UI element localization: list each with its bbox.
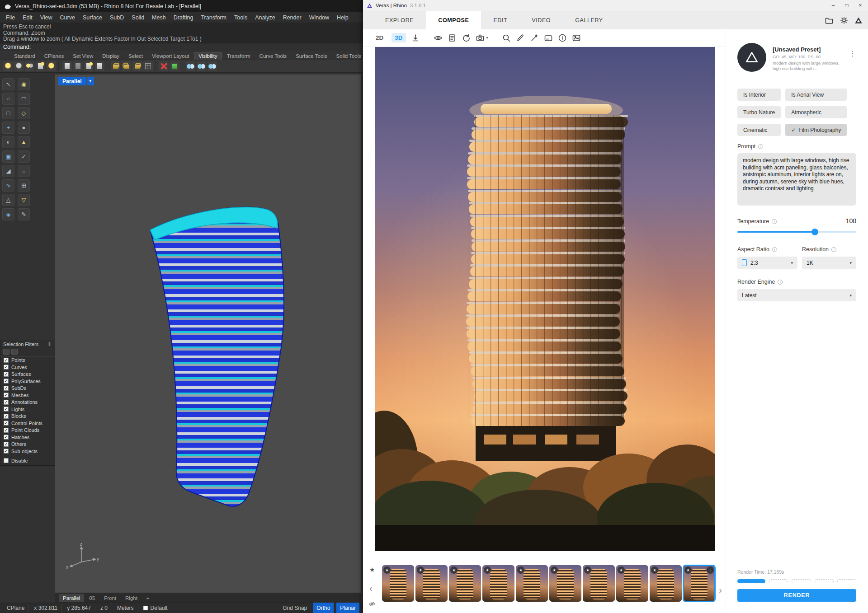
isolate-object-icon[interactable] [95, 61, 104, 71]
minimize-button[interactable]: – [826, 0, 840, 11]
checkbox[interactable]: ✓ [4, 407, 9, 412]
checkbox[interactable]: ✓ [4, 442, 9, 447]
status-cplane[interactable]: CPlane [3, 604, 29, 612]
mode-2d-button[interactable]: 2D [373, 33, 387, 42]
tab-edit[interactable]: EDIT [481, 11, 519, 29]
tab-cplanes[interactable]: CPlanes [40, 52, 68, 60]
bulb-multi-icon[interactable] [47, 61, 56, 71]
prompt-input[interactable]: modern design with large windows, high r… [737, 153, 856, 206]
mode-3d-button[interactable]: 3D [392, 33, 406, 42]
lock-swap-icon[interactable] [132, 61, 142, 71]
tab-visibility[interactable]: Visibility [194, 52, 222, 60]
pen-icon[interactable] [516, 33, 525, 42]
thumbnail-9[interactable]: ★ [650, 565, 682, 602]
filter-curves[interactable]: ✓Curves [0, 364, 55, 371]
camera-icon[interactable] [476, 33, 485, 42]
filter-mode-icon[interactable] [3, 349, 9, 355]
thumbnail-6[interactable]: ★ [549, 565, 581, 602]
tool-down-icon[interactable]: ▽ [18, 194, 30, 206]
show-object-icon[interactable] [62, 61, 72, 71]
menu-view[interactable]: View [37, 14, 56, 22]
menu-tools[interactable]: Tools [231, 14, 251, 22]
lock-icon[interactable] [111, 61, 120, 71]
temperature-slider[interactable] [737, 229, 856, 235]
gear-icon[interactable] [47, 342, 52, 346]
status-grid-snap[interactable]: Grid Snap [278, 604, 311, 612]
menu-curve[interactable]: Curve [57, 14, 79, 22]
filter-blocks[interactable]: ✓Blocks [0, 413, 55, 420]
tool-corner-icon[interactable]: ◢ [2, 165, 14, 177]
filter-lights[interactable]: ✓Lights [0, 406, 55, 413]
tool-circle-icon[interactable]: ○ [2, 93, 14, 105]
thumbnail-4[interactable]: ★ [482, 565, 514, 602]
viewport-dropdown-icon[interactable]: ▼ [87, 77, 94, 85]
star-icon[interactable]: ★ [551, 566, 558, 574]
tab-video[interactable]: VIDEO [519, 11, 563, 29]
filter-point-clouds[interactable]: ✓Point Clouds [0, 427, 55, 434]
refresh-icon[interactable] [462, 33, 471, 42]
chip-atmospheric[interactable]: Atmospheric [785, 106, 847, 118]
filter-annotations[interactable]: ✓Annotations [0, 399, 55, 406]
tool-add-icon[interactable]: + [2, 122, 14, 134]
info-icon[interactable] [558, 33, 567, 42]
tab-explore[interactable]: EXPLORE [373, 11, 426, 29]
menu-help[interactable]: Help [333, 14, 352, 22]
checkbox[interactable]: ✓ [4, 386, 9, 391]
star-icon[interactable]: ★ [651, 566, 658, 574]
thumbnail-8[interactable]: ★ [616, 565, 648, 602]
download-badge-icon[interactable]: ↓ [707, 566, 714, 574]
checkbox[interactable]: ✓ [4, 372, 9, 377]
tool-up-icon[interactable]: △ [2, 194, 14, 206]
status-layer[interactable]: Default [139, 604, 172, 612]
filter-subds[interactable]: ✓SubDs [0, 385, 55, 392]
tool-check-icon[interactable]: ✓ [18, 150, 30, 163]
chip-cinematic[interactable]: Cinematic [737, 124, 781, 136]
aspect-ratio-select[interactable]: 2:3 ▾ [737, 257, 797, 269]
tool-rectangle-icon[interactable]: □ [2, 107, 14, 119]
viewport-tab-05[interactable]: 05 [85, 594, 99, 602]
bulb-half-icon[interactable] [25, 61, 34, 71]
filter-meshes[interactable]: ✓Meshes [0, 392, 55, 399]
thumbnail-10-selected[interactable]: ★ ↓ [683, 565, 715, 602]
image-icon[interactable] [572, 33, 581, 42]
thumbnail-2[interactable]: ★ [415, 565, 448, 602]
status-planar[interactable]: Planar [336, 602, 359, 613]
layer-globe2-icon[interactable] [197, 61, 206, 71]
thumbnails-next-icon[interactable]: › [719, 585, 722, 595]
bulb-page-icon[interactable] [36, 61, 45, 71]
tool-matrix-icon[interactable]: ⊞ [18, 179, 30, 192]
tab-solid-tools[interactable]: Solid Tools [332, 52, 365, 60]
unlock-icon[interactable] [122, 61, 131, 71]
layer-globe3-icon[interactable] [208, 61, 217, 71]
filter-hatches[interactable]: ✓Hatches [0, 434, 55, 441]
close-button[interactable]: × [854, 0, 867, 11]
tool-shade-icon[interactable]: ◐ [2, 136, 14, 148]
bulb-off-icon[interactable] [14, 61, 24, 71]
star-icon[interactable]: ★ [517, 566, 524, 574]
render-button[interactable]: RENDER [737, 589, 856, 602]
status-units[interactable]: Meters [113, 604, 138, 612]
add-viewport-tab[interactable]: + [142, 594, 154, 602]
checkbox[interactable]: ✓ [4, 428, 9, 433]
chip-is-interior[interactable]: Is Interior [737, 89, 781, 101]
check-lamp-icon[interactable] [170, 61, 179, 71]
visibility-eye-icon[interactable] [434, 33, 443, 42]
tool-curve-icon[interactable]: ∿ [2, 179, 14, 192]
settings-gear-icon[interactable] [840, 16, 849, 25]
menu-render[interactable]: Render [279, 14, 305, 22]
tool-lines-icon[interactable]: ≡ [18, 165, 30, 177]
filter-points[interactable]: ✓Points [0, 357, 55, 364]
menu-window[interactable]: Window [306, 14, 333, 22]
star-icon[interactable]: ★ [584, 566, 591, 574]
tool-pencil-icon[interactable]: ✎ [18, 208, 30, 220]
star-icon[interactable]: ★ [417, 566, 424, 574]
bulb-on-icon[interactable] [3, 61, 13, 71]
maximize-button[interactable]: □ [840, 0, 854, 11]
tool-panel-icon[interactable]: ▣ [2, 150, 14, 163]
checkbox[interactable]: ✓ [4, 400, 9, 405]
menu-analyze[interactable]: Analyze [251, 14, 278, 22]
menu-file[interactable]: File [2, 14, 19, 22]
menu-subd[interactable]: SubD [106, 14, 127, 22]
layer-globe-icon[interactable] [186, 61, 195, 71]
notes-icon[interactable] [448, 33, 457, 42]
